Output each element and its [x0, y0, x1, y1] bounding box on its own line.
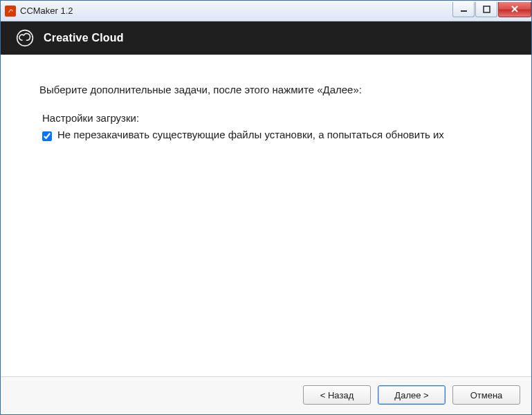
app-icon	[5, 6, 16, 17]
window-controls	[452, 2, 531, 17]
checkbox-row-reuse-files: Не перезакачивать существующие файлы уст…	[39, 128, 499, 142]
close-button[interactable]	[498, 2, 531, 17]
reuse-files-label[interactable]: Не перезакачивать существующие файлы уст…	[57, 128, 444, 142]
creative-cloud-icon	[16, 29, 34, 47]
minimize-button[interactable]	[452, 2, 475, 17]
maximize-button[interactable]	[475, 2, 497, 17]
svg-rect-2	[484, 6, 490, 12]
next-button[interactable]: Далее >	[378, 385, 446, 405]
titlebar: CCMaker 1.2	[1, 1, 531, 21]
reuse-files-checkbox[interactable]	[42, 131, 52, 141]
svg-rect-1	[461, 10, 467, 12]
app-window: CCMaker 1.2 Creative Cloud Выберите допо…	[0, 0, 532, 415]
section-label: Настройки загрузки:	[39, 112, 499, 124]
header-title: Creative Cloud	[44, 32, 124, 44]
window-title: CCMaker 1.2	[20, 6, 73, 16]
footer-bar: < Назад Далее > Отмена	[1, 376, 531, 414]
cancel-button[interactable]: Отмена	[452, 385, 520, 405]
back-button[interactable]: < Назад	[303, 385, 371, 405]
content-area: Выберите дополнительные задачи, после эт…	[1, 55, 531, 376]
instruction-text: Выберите дополнительные задачи, после эт…	[39, 84, 499, 95]
header-bar: Creative Cloud	[1, 21, 531, 55]
